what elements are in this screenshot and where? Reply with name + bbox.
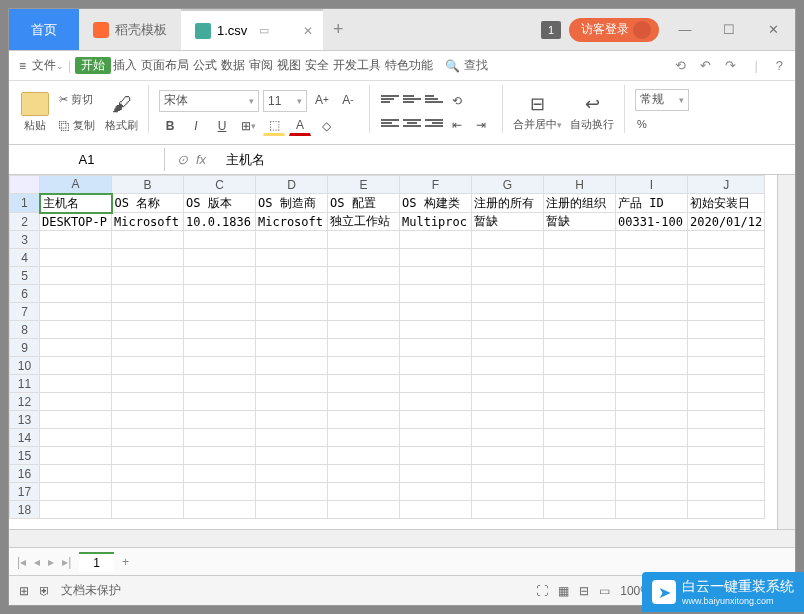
cell-J11[interactable] <box>688 375 765 393</box>
cell-H13[interactable] <box>544 411 616 429</box>
cell-I13[interactable] <box>616 411 688 429</box>
cell-I9[interactable] <box>616 339 688 357</box>
cell-J12[interactable] <box>688 393 765 411</box>
cell-D2[interactable]: Microsoft <box>256 213 328 231</box>
cell-C3[interactable] <box>184 231 256 249</box>
cell-G16[interactable] <box>472 465 544 483</box>
cell-C10[interactable] <box>184 357 256 375</box>
cell-F17[interactable] <box>400 483 472 501</box>
cell-I15[interactable] <box>616 447 688 465</box>
cell-H5[interactable] <box>544 267 616 285</box>
cell-A8[interactable] <box>40 321 112 339</box>
cell-B1[interactable]: OS 名称 <box>112 194 184 213</box>
spreadsheet-grid[interactable]: ABCDEFGHIJ1主机名OS 名称OS 版本OS 制造商OS 配置OS 构建… <box>9 175 795 529</box>
fill-color-button[interactable]: ⬚ <box>263 116 285 136</box>
cell-I16[interactable] <box>616 465 688 483</box>
indent-increase-button[interactable]: ⇥ <box>470 115 492 135</box>
cell-B10[interactable] <box>112 357 184 375</box>
notification-count[interactable]: 1 <box>541 21 561 39</box>
cell-E13[interactable] <box>328 411 400 429</box>
cell-J9[interactable] <box>688 339 765 357</box>
view-normal-icon[interactable]: ▦ <box>558 584 569 598</box>
sheet-nav-next[interactable]: ▸ <box>48 555 54 569</box>
cell-B12[interactable] <box>112 393 184 411</box>
cell-I5[interactable] <box>616 267 688 285</box>
row-header-10[interactable]: 10 <box>10 357 40 375</box>
hamburger-icon[interactable]: ≡ <box>19 59 26 73</box>
tab-close-icon[interactable]: ✕ <box>299 24 317 38</box>
cell-J15[interactable] <box>688 447 765 465</box>
cell-C7[interactable] <box>184 303 256 321</box>
cell-G14[interactable] <box>472 429 544 447</box>
cell-G7[interactable] <box>472 303 544 321</box>
cell-B18[interactable] <box>112 501 184 519</box>
cell-D17[interactable] <box>256 483 328 501</box>
cell-I7[interactable] <box>616 303 688 321</box>
align-right-button[interactable] <box>425 116 443 130</box>
row-header-11[interactable]: 11 <box>10 375 40 393</box>
cell-B8[interactable] <box>112 321 184 339</box>
border-button[interactable]: ⊞▾ <box>237 116 259 136</box>
cell-E6[interactable] <box>328 285 400 303</box>
cell-F7[interactable] <box>400 303 472 321</box>
cell-F6[interactable] <box>400 285 472 303</box>
cell-A5[interactable] <box>40 267 112 285</box>
sheet-tab-1[interactable]: 1 <box>79 552 114 572</box>
cell-E12[interactable] <box>328 393 400 411</box>
cell-G13[interactable] <box>472 411 544 429</box>
cell-I12[interactable] <box>616 393 688 411</box>
cell-E3[interactable] <box>328 231 400 249</box>
ribbon-tab-view[interactable]: 视图 <box>275 57 303 74</box>
col-header-C[interactable]: C <box>184 176 256 194</box>
ribbon-tab-insert[interactable]: 插入 <box>111 57 139 74</box>
cell-D6[interactable] <box>256 285 328 303</box>
cell-C2[interactable]: 10.0.1836 <box>184 213 256 231</box>
underline-button[interactable]: U <box>211 116 233 136</box>
cell-H8[interactable] <box>544 321 616 339</box>
cell-E11[interactable] <box>328 375 400 393</box>
cell-G12[interactable] <box>472 393 544 411</box>
cell-B15[interactable] <box>112 447 184 465</box>
cell-E1[interactable]: OS 配置 <box>328 194 400 213</box>
cell-I14[interactable] <box>616 429 688 447</box>
cell-H18[interactable] <box>544 501 616 519</box>
cell-D1[interactable]: OS 制造商 <box>256 194 328 213</box>
cell-E17[interactable] <box>328 483 400 501</box>
align-center-button[interactable] <box>403 116 421 130</box>
cell-C16[interactable] <box>184 465 256 483</box>
cell-C4[interactable] <box>184 249 256 267</box>
cell-A18[interactable] <box>40 501 112 519</box>
cell-A15[interactable] <box>40 447 112 465</box>
cell-F10[interactable] <box>400 357 472 375</box>
bold-button[interactable]: B <box>159 116 181 136</box>
sheet-nav-last[interactable]: ▸| <box>62 555 71 569</box>
redo-icon[interactable]: ↷ <box>725 58 736 73</box>
cell-I18[interactable] <box>616 501 688 519</box>
cell-F16[interactable] <box>400 465 472 483</box>
row-header-4[interactable]: 4 <box>10 249 40 267</box>
cell-G11[interactable] <box>472 375 544 393</box>
col-header-B[interactable]: B <box>112 176 184 194</box>
sync-icon[interactable]: ⟲ <box>675 58 686 73</box>
cell-J17[interactable] <box>688 483 765 501</box>
cell-C8[interactable] <box>184 321 256 339</box>
cell-J10[interactable] <box>688 357 765 375</box>
zoom-value[interactable]: 100% <box>620 584 651 598</box>
cell-J1[interactable]: 初始安装日 <box>688 194 765 213</box>
cell-B17[interactable] <box>112 483 184 501</box>
cell-E15[interactable] <box>328 447 400 465</box>
cell-B3[interactable] <box>112 231 184 249</box>
cell-F3[interactable] <box>400 231 472 249</box>
cell-F12[interactable] <box>400 393 472 411</box>
cell-B14[interactable] <box>112 429 184 447</box>
cell-H14[interactable] <box>544 429 616 447</box>
cell-H9[interactable] <box>544 339 616 357</box>
decrease-font-button[interactable]: A- <box>337 90 359 110</box>
align-middle-button[interactable] <box>403 92 421 106</box>
window-maximize[interactable]: ☐ <box>711 9 747 50</box>
cell-D14[interactable] <box>256 429 328 447</box>
cell-A11[interactable] <box>40 375 112 393</box>
clear-format-button[interactable]: ◇ <box>315 116 337 136</box>
cell-D7[interactable] <box>256 303 328 321</box>
merge-button[interactable]: ⊟ 合并居中▾ <box>513 93 562 132</box>
